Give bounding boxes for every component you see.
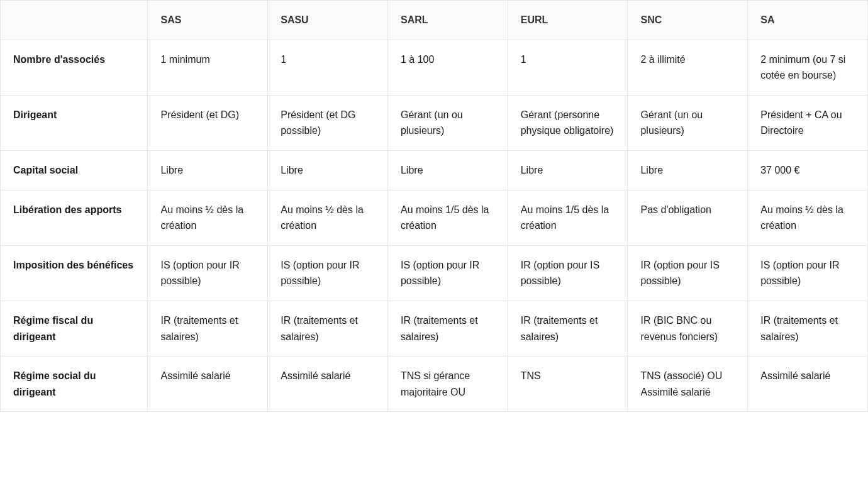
cell: IR (BIC BNC ou revenus fonciers) — [628, 301, 748, 356]
cell: 37 000 € — [748, 150, 868, 190]
table-row: Nombre d'associés 1 minimum 1 1 à 100 1 … — [1, 40, 868, 95]
cell: IS (option pour IR possible) — [148, 245, 268, 301]
cell: Libre — [268, 150, 388, 190]
cell: Président (et DG) — [148, 95, 268, 150]
cell: 2 à illimité — [628, 40, 748, 95]
cell: IR (option pour IS possible) — [508, 245, 628, 301]
cell: Gérant (un ou plusieurs) — [628, 95, 748, 150]
cell: 1 à 100 — [387, 40, 508, 95]
row-label: Dirigeant — [1, 95, 148, 150]
header-snc: SNC — [628, 1, 748, 40]
row-label: Libération des apports — [1, 190, 148, 245]
cell: Pas d'obligation — [628, 190, 748, 245]
row-label: Nombre d'associés — [1, 40, 148, 95]
cell: IR (traitements et salaires) — [508, 301, 628, 356]
cell: Au moins 1/5 dès la création — [387, 190, 508, 245]
cell: IS (option pour IR possible) — [387, 245, 508, 301]
cell: Gérant (un ou plusieurs) — [387, 95, 508, 150]
cell: Libre — [148, 150, 268, 190]
cell: Libre — [628, 150, 748, 190]
cell: IR (traitements et salaires) — [748, 301, 868, 356]
table-row: Dirigeant Président (et DG) Président (e… — [1, 95, 868, 150]
comparison-table: SAS SASU SARL EURL SNC SA Nombre d'assoc… — [0, 0, 868, 412]
header-sasu: SASU — [268, 1, 388, 40]
header-eurl: EURL — [508, 1, 628, 40]
cell: Au moins 1/5 dès la création — [508, 190, 628, 245]
cell: Au moins ½ dès la création — [268, 190, 388, 245]
row-label: Régime social du dirigeant — [1, 357, 148, 412]
cell: TNS — [508, 357, 628, 412]
cell: TNS si gérance majoritaire OU — [387, 357, 508, 412]
table-header: SAS SASU SARL EURL SNC SA — [1, 1, 868, 40]
row-label: Imposition des bénéfices — [1, 245, 148, 301]
cell: Président (et DG possible) — [268, 95, 388, 150]
row-label: Régime fiscal du dirigeant — [1, 301, 148, 356]
table-row: Libération des apports Au moins ½ dès la… — [1, 190, 868, 245]
cell: IR (traitements et salaires) — [268, 301, 388, 356]
cell: Au moins ½ dès la création — [148, 190, 268, 245]
cell: 1 — [268, 40, 388, 95]
cell: Assimilé salarié — [268, 357, 388, 412]
table-row: Capital social Libre Libre Libre Libre L… — [1, 150, 868, 190]
cell: Gérant (personne physique obligatoire) — [508, 95, 628, 150]
header-empty — [1, 1, 148, 40]
cell: Assimilé salarié — [748, 357, 868, 412]
row-label: Capital social — [1, 150, 148, 190]
cell: 2 minimum (ou 7 si cotée en bourse) — [748, 40, 868, 95]
cell: IR (option pour IS possible) — [628, 245, 748, 301]
table-row: Imposition des bénéfices IS (option pour… — [1, 245, 868, 301]
table-row: Régime fiscal du dirigeant IR (traitemen… — [1, 301, 868, 356]
table-body: Nombre d'associés 1 minimum 1 1 à 100 1 … — [1, 40, 868, 412]
cell: Libre — [387, 150, 508, 190]
cell: Au moins ½ dès la création — [748, 190, 868, 245]
cell: 1 — [508, 40, 628, 95]
cell: Président + CA ou Directoire — [748, 95, 868, 150]
cell: IR (traitements et salaires) — [148, 301, 268, 356]
cell: IR (traitements et salaires) — [387, 301, 508, 356]
cell: TNS (associé) OU Assimilé salarié — [628, 357, 748, 412]
cell: IS (option pour IR possible) — [748, 245, 868, 301]
header-sarl: SARL — [387, 1, 508, 40]
cell: Libre — [508, 150, 628, 190]
header-sa: SA — [748, 1, 868, 40]
cell: IS (option pour IR possible) — [268, 245, 388, 301]
table-row: Régime social du dirigeant Assimilé sala… — [1, 357, 868, 412]
header-sas: SAS — [148, 1, 268, 40]
cell: Assimilé salarié — [148, 357, 268, 412]
cell: 1 minimum — [148, 40, 268, 95]
